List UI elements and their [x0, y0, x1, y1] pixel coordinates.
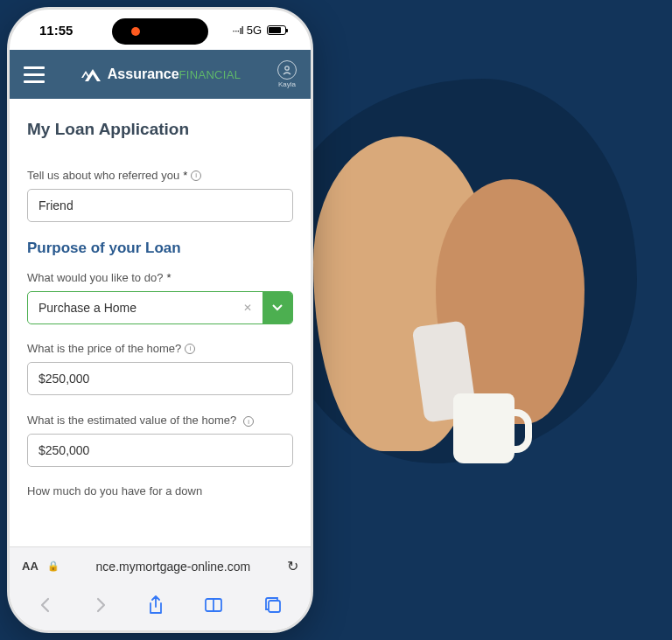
section-title: Purpose of your Loan: [27, 240, 293, 257]
app-header: AssuranceFINANCIAL Kayla: [10, 50, 311, 99]
referral-label: Tell us about who referred you * i: [27, 169, 293, 182]
status-time: 11:55: [39, 23, 73, 38]
user-icon: [277, 60, 297, 80]
status-bar: 11:55 ···ıl 5G: [10, 10, 311, 50]
menu-icon[interactable]: [24, 66, 45, 83]
lock-icon: 🔒: [47, 560, 60, 572]
forward-button[interactable]: [94, 597, 108, 613]
price-label: What is the price of the home? i: [27, 342, 293, 355]
brand-primary: Assurance: [108, 66, 179, 81]
signal-icon: ···ıl: [232, 24, 242, 37]
purpose-label: What would you like to do? *: [27, 271, 293, 284]
text-size-button[interactable]: AA: [22, 560, 38, 573]
battery-icon: [267, 25, 286, 35]
user-name: Kayla: [278, 80, 296, 88]
brand-secondary: FINANCIAL: [179, 68, 242, 81]
url-text: nce.mymortgage-online.com: [68, 560, 278, 574]
tabs-icon[interactable]: [264, 596, 282, 614]
network-label: 5G: [247, 24, 262, 37]
house-icon: [81, 66, 104, 83]
svg-point-0: [285, 66, 289, 70]
form-content: My Loan Application Tell us about who re…: [10, 99, 311, 527]
couple-photo: [287, 131, 620, 516]
info-icon[interactable]: i: [185, 344, 195, 354]
purpose-value: Purchase a Home: [38, 301, 136, 315]
svg-rect-3: [269, 601, 280, 612]
page-title: My Loan Application: [27, 120, 293, 139]
down-payment-label: How much do you have for a down: [27, 484, 293, 497]
bookmarks-icon[interactable]: [204, 597, 223, 613]
est-value-label: What is the estimated value of the home?…: [27, 413, 293, 427]
info-icon[interactable]: i: [191, 170, 201, 181]
chevron-down-icon[interactable]: [262, 292, 292, 323]
referral-input[interactable]: [27, 189, 293, 222]
clear-icon[interactable]: ✕: [243, 302, 252, 314]
info-icon[interactable]: i: [243, 416, 254, 427]
user-menu[interactable]: Kayla: [277, 60, 297, 88]
browser-url-bar[interactable]: AA 🔒 nce.mymortgage-online.com ↻: [10, 546, 311, 585]
browser-toolbar: [10, 585, 311, 630]
price-input[interactable]: [27, 362, 293, 395]
est-value-input[interactable]: [27, 434, 293, 467]
back-button[interactable]: [38, 597, 52, 613]
reload-icon[interactable]: ↻: [287, 558, 298, 574]
brand-logo[interactable]: AssuranceFINANCIAL: [57, 66, 265, 83]
phone-frame: 11:55 ···ıl 5G AssuranceFINANCIAL Kayla …: [7, 7, 313, 633]
share-icon[interactable]: [148, 595, 164, 615]
purpose-select[interactable]: Purchase a Home ✕: [27, 291, 293, 324]
dynamic-island: [112, 18, 208, 45]
